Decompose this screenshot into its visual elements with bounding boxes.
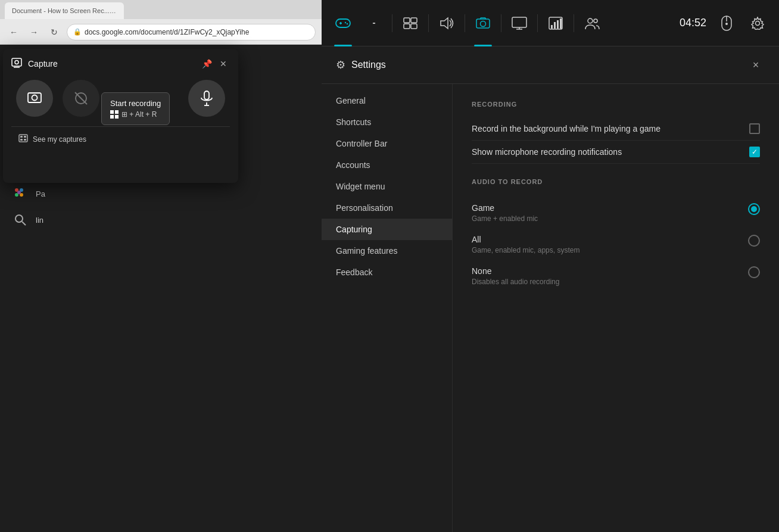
svg-rect-42 bbox=[411, 18, 417, 23]
performance-icon-button[interactable] bbox=[540, 0, 571, 46]
svg-rect-31 bbox=[24, 139, 26, 141]
svg-point-61 bbox=[756, 21, 760, 25]
capture-icon-button[interactable] bbox=[468, 0, 498, 46]
nav-back-button[interactable]: ← bbox=[6, 24, 21, 40]
settings-panel: ⚙ Settings × General Shortcuts Controlle… bbox=[322, 46, 779, 532]
audio-game-radio[interactable] bbox=[748, 203, 760, 215]
svg-rect-36 bbox=[336, 19, 350, 27]
gamebar-top-bar: 04:52 bbox=[322, 0, 779, 46]
nav-label-gaming-features: Gaming features bbox=[336, 246, 398, 256]
nav-item-gaming-features[interactable]: Gaming features bbox=[322, 240, 452, 262]
svg-rect-32 bbox=[110, 110, 114, 114]
address-field[interactable]: 🔒 docs.google.com/document/d/1ZIFwCy2_xQ… bbox=[67, 24, 316, 41]
audio-none-text: None Disables all audio recording bbox=[472, 266, 559, 286]
settings-body: General Shortcuts Controller Bar Account… bbox=[322, 84, 779, 532]
mic-button[interactable] bbox=[188, 80, 225, 117]
expand-icon-button[interactable] bbox=[359, 0, 390, 46]
settings-nav: General Shortcuts Controller Bar Account… bbox=[322, 84, 453, 532]
audio-option-game[interactable]: Game Game + enabled mic bbox=[472, 197, 760, 229]
tooltip-shortcut: ⊞ + Alt + R bbox=[110, 110, 161, 119]
audio-none-sublabel: Disables all audio recording bbox=[472, 278, 559, 286]
gamebar-clock: 04:52 bbox=[680, 17, 706, 29]
nav-item-widget-menu[interactable]: Widget menu bbox=[322, 176, 452, 197]
svg-line-16 bbox=[22, 222, 26, 225]
audio-none-label: None bbox=[472, 266, 559, 276]
background-record-checkbox[interactable] bbox=[749, 123, 760, 134]
mic-notification-row: Show microphone recording notifications bbox=[472, 141, 760, 164]
see-captures-row[interactable]: See my captures bbox=[11, 126, 230, 148]
recent-item-paint[interactable]: Pa bbox=[0, 181, 322, 207]
mouse-icon-button[interactable] bbox=[711, 0, 742, 46]
svg-point-18 bbox=[15, 61, 18, 64]
svg-rect-54 bbox=[557, 20, 559, 29]
audio-radio-group: Game Game + enabled mic All Game, enable… bbox=[472, 197, 760, 292]
url-text: docs.google.com/document/d/1ZIFwCy2_xQja… bbox=[85, 28, 249, 36]
search2-icon bbox=[12, 211, 29, 228]
svg-rect-27 bbox=[19, 135, 27, 142]
mic-notification-checkbox[interactable] bbox=[749, 147, 760, 157]
svg-rect-43 bbox=[404, 24, 410, 29]
capture-header-actions: 📌 ✕ bbox=[200, 57, 230, 70]
browser-chrome: Document - How to Screen Rec... - Win ← … bbox=[0, 0, 322, 45]
close-capture-button[interactable]: ✕ bbox=[217, 57, 230, 70]
controller-icon-button[interactable] bbox=[328, 0, 359, 46]
gallery-icon bbox=[18, 134, 28, 144]
nav-item-controller-bar[interactable]: Controller Bar bbox=[322, 133, 452, 154]
svg-rect-48 bbox=[512, 17, 526, 27]
nav-item-general[interactable]: General bbox=[322, 90, 452, 111]
svg-marker-45 bbox=[441, 18, 448, 29]
nav-item-shortcuts[interactable]: Shortcuts bbox=[322, 111, 452, 133]
settings-title: ⚙ Settings bbox=[336, 58, 386, 71]
start-recording-tooltip: Start recording ⊞ + Alt + R bbox=[101, 92, 170, 125]
svg-point-21 bbox=[32, 95, 38, 101]
audio-game-label: Game bbox=[472, 203, 538, 213]
refresh-icon: ↻ bbox=[51, 27, 58, 37]
svg-rect-35 bbox=[115, 115, 119, 119]
gamebar-settings-button[interactable] bbox=[742, 0, 773, 46]
capture-header: Capture 📌 ✕ bbox=[11, 57, 230, 70]
nav-refresh-button[interactable]: ↻ bbox=[46, 24, 62, 40]
background-record-row: Record in the background while I'm playi… bbox=[472, 117, 760, 141]
audio-none-radio[interactable] bbox=[748, 266, 760, 278]
audio-all-sublabel: Game, enabled mic, apps, system bbox=[472, 246, 579, 254]
recent-item-search2[interactable]: lin bbox=[0, 207, 322, 233]
svg-rect-17 bbox=[12, 58, 21, 66]
separator-1 bbox=[392, 14, 392, 32]
nav-label-controller-bar: Controller Bar bbox=[336, 139, 387, 148]
capture-title-text: Capture bbox=[28, 59, 58, 69]
friends-icon-button[interactable] bbox=[577, 0, 607, 46]
nav-item-capturing[interactable]: Capturing bbox=[322, 219, 452, 240]
pin-button[interactable]: 📌 bbox=[200, 57, 213, 70]
svg-rect-33 bbox=[115, 110, 119, 114]
audio-all-label: All bbox=[472, 235, 579, 244]
nav-label-accounts: Accounts bbox=[336, 160, 370, 170]
nav-label-shortcuts: Shortcuts bbox=[336, 117, 371, 127]
audio-option-all[interactable]: All Game, enabled mic, apps, system bbox=[472, 229, 760, 260]
settings-header: ⚙ Settings × bbox=[322, 46, 779, 84]
gallery-icon-button[interactable] bbox=[504, 0, 535, 46]
screenshot-button[interactable] bbox=[16, 80, 53, 117]
browser-tab[interactable]: Document - How to Screen Rec... - Win bbox=[5, 2, 124, 19]
nav-forward-button[interactable]: → bbox=[26, 24, 42, 40]
recent-item-search2-label: lin bbox=[36, 216, 43, 225]
svg-rect-29 bbox=[24, 136, 26, 138]
audio-all-radio[interactable] bbox=[748, 235, 760, 247]
settings-close-button[interactable]: × bbox=[747, 56, 765, 74]
svg-point-14 bbox=[17, 191, 21, 194]
lock-icon: 🔒 bbox=[73, 28, 82, 36]
svg-rect-55 bbox=[560, 18, 562, 29]
audio-option-none[interactable]: None Disables all audio recording bbox=[472, 260, 760, 292]
capture-title-icon bbox=[11, 58, 23, 70]
record-button[interactable] bbox=[63, 80, 99, 117]
svg-point-57 bbox=[594, 19, 597, 23]
nav-item-accounts[interactable]: Accounts bbox=[322, 154, 452, 176]
browser-address-bar: ← → ↻ 🔒 docs.google.com/document/d/1ZIFw… bbox=[0, 19, 322, 45]
separator-4 bbox=[501, 14, 501, 32]
nav-item-feedback[interactable]: Feedback bbox=[322, 262, 452, 283]
recent-item-paint-label: Pa bbox=[36, 189, 45, 198]
svg-rect-20 bbox=[28, 93, 41, 102]
widget-icon-button[interactable] bbox=[395, 0, 426, 46]
capture-title-row: Capture bbox=[11, 58, 58, 70]
volume-icon-button[interactable] bbox=[431, 0, 462, 46]
nav-item-personalisation[interactable]: Personalisation bbox=[322, 197, 452, 219]
